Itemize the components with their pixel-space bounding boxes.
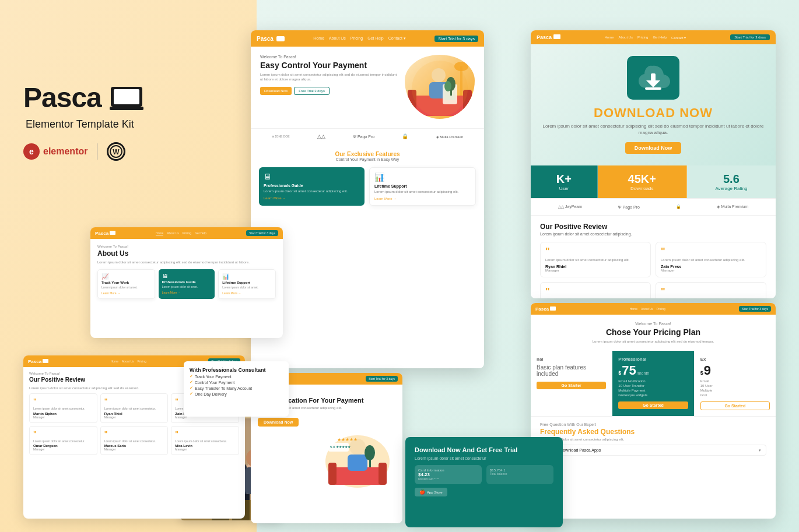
nav-link-pricing: Pricing	[351, 36, 363, 41]
about-card-1-link[interactable]: Learn More →	[101, 291, 151, 295]
about-card-3: 📊 Lifetime Support Lorem ipsum dolor sit…	[218, 269, 276, 299]
faq-item-1[interactable]: How To Download Pasca Apps ▾	[540, 445, 766, 456]
app-download-btn[interactable]: Download Now	[258, 418, 299, 427]
pricing-plan-3-btn[interactable]: Go Started	[700, 401, 770, 410]
faq-desc: Lorem ipsum dolor sit amet consectetur a…	[540, 438, 766, 441]
pricing-plan-3-price: $ 9	[700, 364, 770, 377]
hero-welcome: Welcome To Pasca!	[260, 55, 399, 59]
faq-label: Free Question With Our Expert	[540, 422, 766, 427]
pricing-card-professional: Professional $ 75 /month Email Notificat…	[612, 351, 694, 416]
about-card-2: 🖥 Professionals Guide Lorem ipsum dolor …	[159, 269, 215, 299]
about-card-3-link[interactable]: Learn More →	[222, 291, 272, 295]
svg-text:★★★★★: ★★★★★	[337, 437, 358, 442]
about-desc: Lorem ipsum dolor sit amet consectetur a…	[97, 260, 276, 265]
pricing-nav-cta[interactable]: Start Trial for 3 days	[739, 306, 771, 312]
right-nav-logo: Pasca	[537, 34, 560, 40]
feature-card-1-desc: Lorem ipsum dolor sit amet consectetur a…	[264, 189, 360, 194]
pricing-plan-1-name: nal	[537, 357, 606, 362]
svg-rect-34	[379, 463, 387, 485]
consultant-item-3: ✓ Easy Transfer To Many Account	[190, 386, 283, 390]
hero-trial-btn[interactable]: Free Trial 3 days	[294, 87, 330, 95]
download-btn[interactable]: Download Now	[625, 142, 682, 154]
about-title: About Us	[97, 249, 276, 258]
divider	[97, 143, 97, 160]
pricing-card-basic: nal Basic plan features included Go Star…	[531, 351, 612, 416]
consultant-item-1: ✓ Track Your Payment	[190, 374, 283, 379]
pricing-plan-2-btn[interactable]: Go Started	[618, 401, 688, 409]
stat-rating-number: 5.6	[694, 172, 769, 186]
feature-card-2-link[interactable]: Learn More →	[374, 197, 471, 200]
right-nav-cta[interactable]: Start Trial for 3 days	[730, 34, 770, 40]
download-title: DOWNLOAD NOW	[542, 105, 764, 121]
faq-section: Free Question With Our Expert Frequently…	[531, 416, 776, 463]
about-welcome: Welcome To Pasca!	[97, 245, 276, 248]
about-card-2-link[interactable]: Learn More →	[162, 291, 212, 294]
stat-rating-label: Average Rating	[694, 186, 769, 191]
review-card-2: " Lorem ipsum dolor sit amet consectetur…	[100, 393, 169, 423]
download-green-mockup: Download Now And Get Free Trial Lorem ip…	[405, 437, 563, 527]
stat-rating: 5.6 Average Rating	[687, 165, 776, 198]
pricing-plan-3-amount: 9	[704, 364, 711, 377]
download-desc: Lorem ipsum dolor sit amet consectetur a…	[542, 123, 764, 136]
about-card-1: 📈 Track Your Work Lorem ipsum dolor sit …	[97, 269, 155, 299]
hero-buttons: Download Now Free Trial 3 days	[260, 87, 399, 95]
partner-pago: Ψ Pago Pro	[353, 135, 374, 139]
right-top-nav: Pasca Home About Us Pricing Get Help Con…	[531, 30, 776, 44]
dl-green-title: Download Now And Get Free Trial	[415, 446, 553, 454]
nav-link-home: Home	[313, 36, 324, 41]
app-store-btn[interactable]: 🍎 App Store	[415, 488, 447, 496]
pricing-nav-logo: Pasca	[535, 306, 556, 312]
about-card-3-desc: Lorem ipsum dolor sit amet.	[222, 286, 272, 290]
review-card-5: " Lorem ipsum dolor sit amet consectetur…	[100, 426, 169, 456]
stat-user-label: User	[538, 186, 590, 191]
right-reviewer-1-role: Manager	[545, 269, 646, 272]
review-card-6: " Lorem ipsum dolor sit amet consectetur…	[171, 426, 239, 456]
reviews-grid-bottom: " Lorem ipsum dolor sit amet consectetur…	[29, 426, 239, 456]
logos-strip: ⊕ JONE DOE △△ Ψ Pago Pro 🔒 ◈ Mulla Premi…	[251, 128, 484, 144]
svg-rect-1	[114, 89, 139, 104]
feature-card-1-link[interactable]: Learn More →	[264, 196, 360, 200]
pricing-plan-2-price: $ 75 /month	[618, 364, 688, 377]
reviews-nav-links: Home About Us Pricing	[111, 360, 146, 363]
feature-card-professionals: 🖥 Professionals Guide Lorem ipsum dolor …	[259, 167, 365, 206]
about-card-2-title: Professionals Guide	[162, 280, 212, 284]
nav-cta-button[interactable]: Start Trial for 3 days	[434, 36, 478, 42]
cloud-download-icon	[636, 62, 671, 94]
about-card-1-desc: Lorem ipsum dolor sit amet.	[101, 286, 151, 290]
about-nav-links: Home About Us Pricing Get Help	[156, 231, 206, 235]
hero-download-btn[interactable]: Download Now	[260, 87, 292, 95]
about-card-2-desc: Lorem ipsum dolor sit amet.	[162, 285, 212, 289]
right-partner-2: Ψ Pago Pro	[618, 205, 640, 209]
about-card-1-title: Track Your Work	[101, 281, 151, 284]
right-partner-3: 🔒	[676, 205, 681, 209]
dl-green-subtitle: Lorem ipsum dolor sit amet consectetur	[415, 456, 553, 460]
pricing-nav: Pasca Home About Us Pricing Start Trial …	[531, 303, 776, 315]
stats-section: K+ User 45K+ Downloads 5.6 Average Ratin…	[531, 165, 776, 198]
pricing-card-enterprise: Ex $ 9 Email 10 User Multiple Grot Go St…	[695, 351, 776, 416]
pricing-plan-1-btn[interactable]: Go Starter	[537, 382, 606, 389]
partner-triangle: △△	[317, 133, 325, 139]
consultant-item-4: ✓ One Day Delivery	[190, 392, 283, 396]
nav-link-contact: Contact ▾	[388, 36, 406, 41]
stat-downloads-label: Downloads	[605, 186, 679, 191]
app-illustration-area: ★★★★★ 5.0 ★★★★★	[258, 421, 395, 491]
right-reviews-sub: Lorem ipsum dolor sit amet consectetur a…	[540, 232, 766, 236]
nav-link-about: About Us	[329, 36, 346, 41]
svg-text:W: W	[113, 148, 120, 156]
pricing-plan-2-period: /month	[637, 371, 649, 375]
faq-title: Frequently Asked Questions	[540, 428, 766, 436]
pricing-plan-3-name: Ex	[700, 357, 770, 362]
laptop-icon	[110, 86, 143, 110]
review-card-1: " Lorem ipsum dolor sit amet consectetur…	[29, 393, 97, 423]
nav-link-help: Get Help	[367, 36, 384, 41]
right-partner-1: △△ JayPeam	[558, 205, 582, 209]
reviewer-6-role: Manager	[175, 448, 235, 451]
right-review-2: " Lorem ipsum dolor sit amet consectetur…	[656, 242, 766, 277]
app-nav-cta[interactable]: Start Trial for 3 days	[366, 376, 398, 382]
svg-rect-36	[348, 455, 367, 471]
about-nav-cta[interactable]: Start Trial for 3 days	[246, 230, 278, 236]
right-review-4: " Lorem ipsum dolor sit amet consectetur…	[656, 282, 766, 298]
svg-point-17	[412, 61, 468, 117]
review-card-4: " Lorem ipsum dolor sit amet consectetur…	[29, 426, 97, 456]
dl-green-store-buttons: 🍎 App Store	[415, 488, 553, 496]
